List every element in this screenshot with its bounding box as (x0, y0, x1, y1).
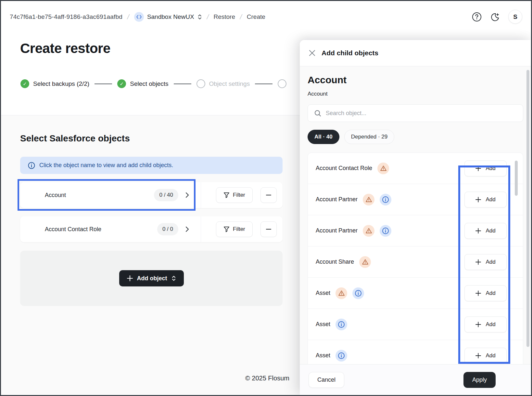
plus-icon (475, 197, 481, 202)
close-icon[interactable] (309, 49, 316, 57)
chip-all[interactable]: All · 40 (308, 130, 339, 144)
search-icon (314, 110, 321, 117)
plus-icon (475, 228, 481, 233)
step-upcoming-circle-icon (278, 79, 286, 88)
panel-header: Add child objects (300, 40, 531, 66)
breadcrumb-separator: / (239, 13, 243, 21)
add-child-button[interactable]: Add (464, 285, 507, 301)
info-icon[interactable] (380, 194, 391, 205)
info-banner-text: Click the object name to view and add ch… (39, 162, 173, 169)
top-bar: 74c7f6a1-be75-4aff-9186-a3ac691aafbd / S… (1, 1, 531, 33)
add-object-card: Add object (20, 251, 283, 306)
warning-icon (359, 256, 371, 268)
step-done-check-icon: ✓ (117, 79, 126, 88)
panel-body: Account Account All · 40 Depended · 29 A… (300, 66, 531, 364)
remove-object-button[interactable] (260, 187, 277, 203)
step-connector (255, 84, 272, 84)
filter-chips: All · 40 Depended · 29 (308, 130, 523, 144)
info-icon[interactable] (380, 225, 391, 237)
minus-icon (266, 194, 271, 196)
environment-name: Sandbox NewUX (147, 13, 194, 20)
plus-icon (475, 353, 481, 358)
breadcrumb-create: Create (247, 13, 265, 20)
add-object-button[interactable]: Add object (119, 270, 184, 286)
panel-title: Add child objects (322, 49, 378, 57)
object-row-account-contact-role-button[interactable]: Account Contact Role 0 / 0 (20, 216, 201, 242)
panel-footer: Cancel Apply (300, 364, 531, 395)
step-select-backups: ✓ Select backups (2/2) (20, 79, 89, 88)
list-scrollbar-thumb[interactable] (515, 161, 518, 196)
minus-icon (266, 229, 271, 230)
object-row-account-contact-role: Account Contact Role 0 / 0 Filter (20, 216, 283, 242)
info-icon[interactable] (352, 287, 364, 299)
object-count-badge: 0 / 0 (157, 223, 178, 235)
environment-selector[interactable]: Sandbox NewUX (134, 12, 202, 22)
child-row: Asset Add (308, 309, 523, 340)
panel-object-title: Account (308, 74, 523, 86)
breadcrumb-restore[interactable]: Restore (213, 13, 235, 20)
step-next-partial (278, 79, 286, 88)
search-input[interactable] (326, 110, 516, 117)
info-icon[interactable] (336, 350, 347, 362)
chevron-right-icon (185, 226, 189, 232)
app-window: 74c7f6a1-be75-4aff-9186-a3ac691aafbd / S… (0, 0, 532, 396)
breadcrumb-backup-id: 74c7f6a1-be75-4aff-9186-a3ac691aafbd (10, 13, 122, 20)
plus-icon (127, 275, 133, 281)
panel-scrollbar-thumb[interactable] (526, 70, 529, 347)
object-name: Account Contact Role (45, 226, 157, 233)
child-object-list: Account Contact Role Add Account Partner… (308, 152, 523, 364)
plus-icon (475, 322, 481, 327)
filter-button[interactable]: Filter (216, 221, 253, 237)
warning-icon (377, 163, 389, 174)
info-icon[interactable] (336, 319, 347, 330)
chip-depended[interactable]: Depended · 29 (344, 130, 394, 144)
child-row: Asset Add (308, 340, 523, 364)
add-child-button[interactable]: Add (464, 316, 507, 332)
child-row: Account Share Add (308, 246, 523, 278)
add-child-button[interactable]: Add (464, 191, 507, 207)
remove-object-button[interactable] (260, 221, 277, 237)
child-row: Account Contact Role Add (308, 153, 523, 184)
filter-button[interactable]: Filter (216, 187, 253, 203)
child-row: Asset Add (308, 278, 523, 309)
code-brackets-icon (134, 12, 144, 22)
info-icon (28, 162, 35, 169)
warning-icon (336, 287, 347, 299)
add-child-button[interactable]: Add (464, 223, 507, 239)
copyright: © 2025 Flosum (233, 375, 301, 382)
plus-icon (475, 290, 481, 296)
dark-mode-icon[interactable] (490, 12, 500, 21)
step-done-check-icon: ✓ (20, 79, 29, 88)
filter-funnel-icon (223, 226, 230, 232)
step-object-settings: Object settings (196, 79, 250, 88)
filter-funnel-icon (223, 192, 230, 198)
search-box (308, 104, 523, 122)
add-child-button[interactable]: Add (464, 348, 507, 363)
breadcrumb-separator: / (206, 13, 209, 21)
sort-chevrons-icon (171, 275, 176, 281)
plus-icon (475, 165, 481, 171)
avatar[interactable]: S (508, 10, 522, 24)
add-child-button[interactable]: Add (464, 254, 507, 270)
warning-icon (363, 225, 374, 237)
info-banner: Click the object name to view and add ch… (20, 157, 283, 174)
chevron-right-icon (185, 192, 189, 198)
apply-button[interactable]: Apply (463, 372, 496, 388)
panel-object-subtitle: Account (308, 91, 523, 97)
child-row: Account Partner Add (308, 184, 523, 215)
help-icon[interactable] (472, 12, 482, 22)
warning-icon (363, 194, 374, 205)
step-upcoming-circle-icon (196, 79, 205, 88)
object-row-account: Account 0 / 40 Filter (20, 182, 283, 208)
step-connector (174, 84, 191, 84)
stepper: ✓ Select backups (2/2) ✓ Select objects … (20, 79, 286, 88)
add-child-button[interactable]: Add (464, 160, 507, 176)
object-name: Account (45, 192, 154, 199)
object-row-account-button[interactable]: Account 0 / 40 (20, 182, 201, 208)
cancel-button[interactable]: Cancel (309, 372, 344, 388)
sort-chevrons-icon (197, 14, 202, 20)
breadcrumb-separator: / (126, 13, 130, 21)
page-title: Create restore (20, 41, 110, 56)
plus-icon (475, 259, 481, 265)
object-count-badge: 0 / 40 (154, 189, 178, 201)
